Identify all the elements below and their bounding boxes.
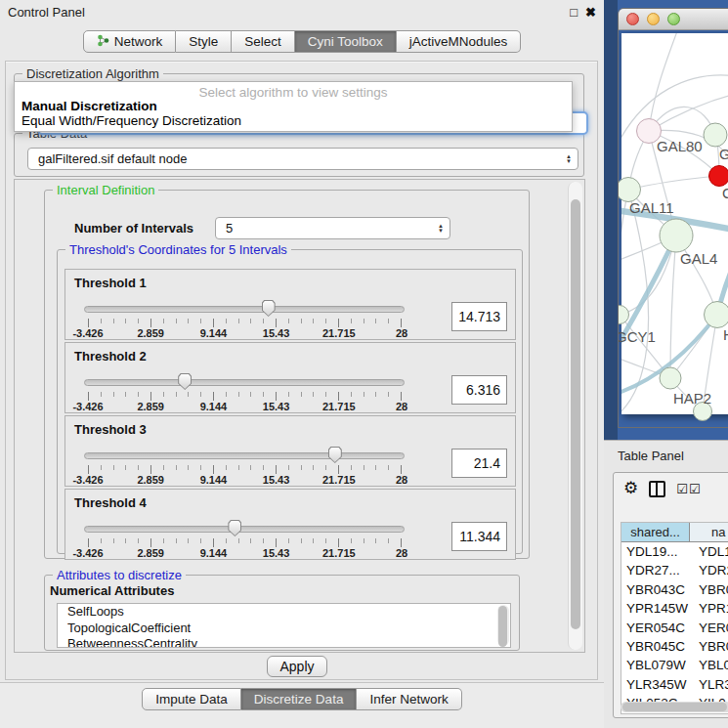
cell[interactable]: YLR345W <box>621 675 690 694</box>
table-row[interactable]: YER054CYER0 <box>621 619 728 637</box>
tab-label: Style <box>189 34 218 49</box>
close-traffic-light-icon[interactable] <box>626 13 639 25</box>
gear-icon[interactable]: ⚙ <box>623 481 638 496</box>
threshold-1-value-field[interactable]: 14.713 <box>451 302 507 331</box>
group-title: Discretization Algorithm <box>22 66 163 81</box>
slider-ticks <box>88 319 402 327</box>
tab-discretize-data[interactable]: Discretize Data <box>241 688 358 710</box>
threshold-4-panel: Threshold 4 -3.426 2.859 9.144 15.43 21.… <box>64 489 516 560</box>
float-window-icon[interactable]: □ <box>570 5 578 20</box>
threshold-2-slider[interactable]: -3.426 2.859 9.144 15.43 21.715 28 <box>88 372 401 413</box>
threshold-3-slider[interactable]: -3.426 2.859 9.144 15.43 21.715 28 <box>88 446 401 487</box>
cyni-toolbox-panel: Discretization Algorithm Select algorith… <box>5 61 598 680</box>
cell[interactable]: YBL079W <box>621 656 690 674</box>
node-partial-top-right[interactable] <box>704 123 728 148</box>
tick-label: -3.426 <box>72 401 103 412</box>
slider-track[interactable] <box>84 526 405 533</box>
number-of-intervals-spinner[interactable]: 5 ▲▼ <box>215 217 450 239</box>
group-title: Threshold's Coordinates for 5 Intervals <box>65 242 291 257</box>
scrollbar-thumb[interactable] <box>571 199 580 629</box>
node-table[interactable]: shared... na YDL19...YDL1 YDR27...YDR2 Y… <box>621 522 728 714</box>
threshold-4-slider[interactable]: -3.426 2.859 9.144 15.43 21.715 28 <box>88 519 401 560</box>
close-icon[interactable]: ✖ <box>585 5 596 20</box>
list-item[interactable]: SelfLoops <box>58 604 510 621</box>
cell[interactable]: YER054C <box>621 619 690 637</box>
threshold-3-panel: Threshold 3 -3.426 2.859 9.144 15.43 21.… <box>64 415 516 487</box>
cell[interactable]: YBL0 <box>690 656 728 674</box>
dropdown-option-manual[interactable]: Manual Discretization <box>15 99 572 113</box>
minimize-traffic-light-icon[interactable] <box>647 13 660 25</box>
zoom-traffic-light-icon[interactable] <box>667 13 680 25</box>
column-header-name[interactable]: na <box>690 523 728 541</box>
slider-thumb[interactable] <box>228 520 241 536</box>
apply-button[interactable]: Apply <box>267 656 327 677</box>
cell[interactable]: YBR0 <box>690 637 728 656</box>
list-scrollbar[interactable] <box>497 605 509 646</box>
cell[interactable]: YDR2 <box>690 561 728 579</box>
network-canvas[interactable]: GAL80 G C GAL11 GAL4 GCY1 H HAP2 <box>621 33 728 414</box>
table-data-combobox[interactable]: galFiltered.sif default node ▲▼ <box>27 148 578 170</box>
settings-vertical-scrollbar[interactable] <box>568 182 582 650</box>
network-window-titlebar[interactable] <box>619 9 728 30</box>
checkbox-icon[interactable]: ☑☑ <box>676 482 701 496</box>
table-row[interactable]: YPR145WYPR1 <box>621 599 728 618</box>
spinner-value: 5 <box>226 221 233 236</box>
node-gal4[interactable] <box>660 219 694 253</box>
slider-thumb[interactable] <box>178 373 192 390</box>
list-item[interactable]: TopologicalCoefficient <box>58 621 510 637</box>
slider-thumb[interactable] <box>262 300 276 317</box>
slider-track[interactable] <box>84 452 405 459</box>
threshold-2-value-field[interactable]: 6.316 <box>451 375 507 405</box>
node-label-gcy1: GCY1 <box>618 328 656 345</box>
threshold-1-slider[interactable]: -3.426 2.859 9.144 15.43 21.715 28 <box>88 299 401 340</box>
tab-style[interactable]: Style <box>176 30 232 53</box>
tab-jactivemnodules[interactable]: jActiveMNodules <box>397 30 522 53</box>
threshold-3-value-field[interactable]: 21.4 <box>451 449 507 478</box>
node-selected-red[interactable] <box>708 165 728 187</box>
cell[interactable]: YBR0 <box>690 580 728 599</box>
cell[interactable]: YPR1 <box>690 599 728 618</box>
table-horizontal-scrollbar[interactable] <box>621 702 728 712</box>
algorithm-dropdown-popup: Select algorithm to view settings Manual… <box>14 81 573 132</box>
tab-cyni-toolbox[interactable]: Cyni Toolbox <box>295 30 397 53</box>
cell[interactable]: YBR043C <box>621 580 690 599</box>
table-row[interactable]: YBL079WYBL0 <box>621 656 728 674</box>
split-columns-icon[interactable] <box>649 481 665 497</box>
slider-thumb[interactable] <box>328 447 342 463</box>
dropdown-option-equal-width[interactable]: Equal Width/Frequency Discretization <box>15 113 572 128</box>
cell[interactable]: YLR3 <box>690 675 728 694</box>
cell[interactable]: YER0 <box>690 619 728 637</box>
slider-track[interactable] <box>84 379 405 386</box>
scrollbar-thumb[interactable] <box>498 606 507 647</box>
numerical-attributes-list[interactable]: SelfLoops TopologicalCoefficient Between… <box>57 603 511 648</box>
list-item[interactable]: BetweennessCentrality <box>58 636 510 648</box>
tick-label: 2.859 <box>137 327 164 339</box>
table-row[interactable]: YBR043CYBR0 <box>621 580 728 599</box>
cell[interactable]: YBR045C <box>621 637 690 656</box>
node-partial-right[interactable] <box>704 301 728 328</box>
tab-select[interactable]: Select <box>232 30 295 53</box>
tab-impute-data[interactable]: Impute Data <box>142 688 241 710</box>
column-header-shared-name[interactable]: shared... <box>621 523 690 541</box>
cell[interactable]: YDL1 <box>690 542 728 561</box>
table-toolbar: ⚙ ☑☑ <box>614 473 728 504</box>
tab-network[interactable]: Network <box>83 30 177 53</box>
table-row[interactable]: YDL19...YDL1 <box>621 542 728 561</box>
tick-label: 15.43 <box>263 401 290 412</box>
threshold-label: Threshold 1 <box>74 276 147 290</box>
table-row[interactable]: YBR045CYBR0 <box>621 637 728 656</box>
table-row[interactable]: YDR27...YDR2 <box>621 561 728 579</box>
network-window: GAL80 G C GAL11 GAL4 GCY1 H HAP2 <box>618 8 728 428</box>
network-desktop: GAL80 G C GAL11 GAL4 GCY1 H HAP2 <box>604 0 728 440</box>
cell[interactable]: YPR145W <box>621 599 690 618</box>
window-title: Control Panel <box>8 5 562 20</box>
slider-track[interactable] <box>84 306 405 313</box>
control-panel-titlebar: Control Panel □ ✖ <box>0 0 604 23</box>
cell[interactable]: YDL19... <box>621 542 690 561</box>
cell[interactable]: YDR27... <box>621 561 690 579</box>
table-row[interactable]: YLR345WYLR3 <box>621 675 728 694</box>
node-hap2[interactable] <box>660 367 682 390</box>
scrollbar-thumb[interactable] <box>622 703 727 711</box>
tab-infer-network[interactable]: Infer Network <box>357 688 461 710</box>
threshold-4-value-field[interactable]: 11.344 <box>451 522 507 551</box>
